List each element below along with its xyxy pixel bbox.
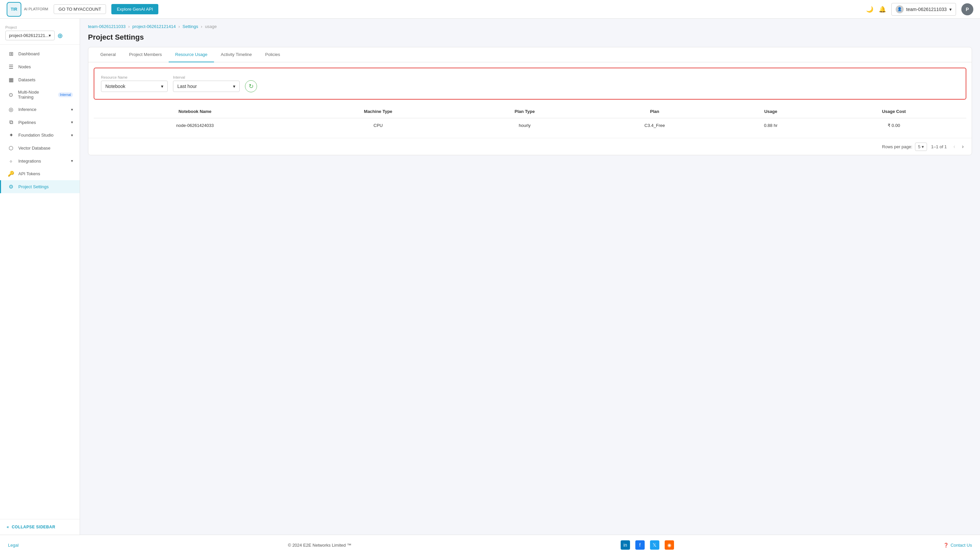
collapse-icon: « (6, 525, 9, 529)
myaccount-button[interactable]: GO TO MYACCOUNT (54, 4, 106, 14)
logo: TIR AI PLATFORM (6, 2, 48, 17)
content-area: General Project Members Resource Usage A… (88, 47, 972, 155)
sidebar-item-pipelines[interactable]: ⧉ Pipelines ▾ (0, 116, 80, 128)
sidebar-footer: « COLLAPSE SIDEBAR (0, 519, 80, 535)
sidebar-item-dashboard[interactable]: ⊞ Dashboard (0, 47, 80, 60)
chevron-down-icon: ▾ (71, 159, 73, 163)
breadcrumb: team-06261211033 › project-062612121414 … (80, 19, 980, 32)
cell-plan-type: hourly (460, 118, 589, 133)
nodes-icon: ☰ (8, 64, 14, 70)
sidebar-item-label: Foundation Studio (18, 133, 54, 138)
refresh-button[interactable]: ↻ (245, 80, 257, 92)
sidebar-item-label: Dashboard (18, 51, 40, 56)
layout: Project project-062612121... ▾ ⊕ ⊞ Dashb… (0, 19, 980, 535)
breadcrumb-separator: › (178, 24, 180, 29)
sidebar-item-label: Inference (18, 107, 36, 112)
interval-value: Last hour (177, 83, 197, 89)
page-nav: ‹ › (951, 142, 966, 151)
tabs: General Project Members Resource Usage A… (88, 47, 972, 62)
col-notebook-name: Notebook Name (94, 105, 296, 118)
dashboard-icon: ⊞ (8, 51, 14, 57)
user-avatar: P (961, 3, 974, 15)
breadcrumb-separator: › (201, 24, 202, 29)
twitter-icon[interactable]: 𝕏 (650, 541, 659, 550)
team-avatar: 👤 (896, 5, 904, 13)
legal-link[interactable]: Legal (8, 543, 19, 548)
cell-machine-type: CPU (296, 118, 460, 133)
breadcrumb-project[interactable]: project-062612121414 (132, 24, 176, 29)
interval-select[interactable]: Last hour ▾ (173, 80, 240, 92)
breadcrumb-settings[interactable]: Settings (183, 24, 198, 29)
sidebar-item-integrations[interactable]: ⬦ Integrations ▾ (0, 155, 80, 167)
tab-general[interactable]: General (94, 47, 122, 62)
sidebar-item-inference[interactable]: ◎ Inference ▾ (0, 103, 80, 116)
footer-social: in f 𝕏 ◉ (621, 541, 674, 550)
datasets-icon: ▦ (8, 77, 14, 83)
rows-per-page: Rows per page: 5 ▾ (882, 143, 927, 151)
api-tokens-icon: 🔑 (8, 170, 14, 177)
header: TIR AI PLATFORM GO TO MYACCOUNT Explore … (0, 0, 980, 19)
tab-policies[interactable]: Policies (259, 47, 287, 62)
resource-name-field: Resource Name Notebook ▾ (101, 75, 168, 92)
sidebar-item-multi-node[interactable]: ⊙ Multi-Node Training Internal (0, 86, 80, 103)
col-plan: Plan (589, 105, 720, 118)
facebook-icon[interactable]: f (635, 541, 645, 550)
col-machine-type: Machine Type (296, 105, 460, 118)
sidebar-item-project-settings[interactable]: ⚙ Project Settings (0, 180, 80, 193)
tab-resource-usage[interactable]: Resource Usage (169, 47, 214, 62)
contact-us-link[interactable]: ❓ Contact Us (943, 543, 972, 548)
collapse-sidebar-button[interactable]: « COLLAPSE SIDEBAR (6, 525, 73, 529)
team-selector[interactable]: 👤 team-06261211033 ▾ (891, 3, 956, 16)
page-info: 1–1 of 1 (931, 144, 947, 149)
pipelines-icon: ⧉ (8, 119, 14, 125)
logo-icon: TIR (6, 2, 21, 17)
interval-chevron-icon: ▾ (233, 83, 235, 89)
breadcrumb-team[interactable]: team-06261211033 (88, 24, 126, 29)
multi-node-icon: ⊙ (8, 91, 14, 98)
rows-chevron-icon: ▾ (922, 144, 924, 149)
resource-name-value: Notebook (105, 83, 125, 89)
col-usage: Usage (720, 105, 821, 118)
sidebar-item-vector-database[interactable]: ⬡ Vector Database (0, 141, 80, 155)
add-project-icon[interactable]: ⊕ (57, 32, 63, 40)
collapse-label: COLLAPSE SIDEBAR (12, 525, 55, 529)
sidebar-item-label: Pipelines (18, 120, 36, 125)
breadcrumb-usage: usage (205, 24, 217, 29)
resource-name-select[interactable]: Notebook ▾ (101, 80, 168, 92)
filter-row: Resource Name Notebook ▾ Interval Last h… (94, 67, 966, 99)
team-chevron-icon: ▾ (949, 6, 952, 12)
cell-usage-cost: ₹ 0.00 (821, 118, 966, 133)
cell-notebook-name: node-06261424033 (94, 118, 296, 133)
chevron-down-icon: ▾ (71, 107, 73, 112)
theme-toggle-button[interactable]: 🌙 (866, 6, 873, 13)
copyright: © 2024 E2E Networks Limited ™ (288, 543, 351, 548)
team-name: team-06261211033 (906, 6, 947, 12)
col-usage-cost: Usage Cost (821, 105, 966, 118)
sidebar-item-datasets[interactable]: ▦ Datasets (0, 73, 80, 86)
rows-per-page-select[interactable]: 5 ▾ (915, 143, 927, 151)
tab-activity-timeline[interactable]: Activity Timeline (214, 47, 258, 62)
sidebar-item-foundation-studio[interactable]: ✦ Foundation Studio ▾ (0, 128, 80, 141)
linkedin-icon[interactable]: in (621, 541, 630, 550)
rows-per-page-value: 5 (918, 144, 921, 149)
integrations-icon: ⬦ (8, 158, 14, 164)
main-content: team-06261211033 › project-062612121414 … (80, 19, 980, 535)
sidebar-item-label: Datasets (18, 77, 35, 82)
sidebar-item-api-tokens[interactable]: 🔑 API Tokens (0, 167, 80, 180)
contact-us-label: Contact Us (951, 543, 972, 548)
project-label: Project (5, 25, 74, 29)
sidebar: Project project-062612121... ▾ ⊕ ⊞ Dashb… (0, 19, 80, 535)
project-select-dropdown[interactable]: project-062612121... ▾ (5, 30, 55, 40)
project-selector: Project project-062612121... ▾ ⊕ (0, 21, 80, 45)
next-page-button[interactable]: › (959, 142, 966, 151)
rss-icon[interactable]: ◉ (665, 541, 674, 550)
tab-project-members[interactable]: Project Members (122, 47, 168, 62)
genai-button[interactable]: Explore GenAI API (111, 4, 158, 14)
cell-plan: C3.4_Free (589, 118, 720, 133)
foundation-studio-icon: ✦ (8, 132, 14, 138)
sidebar-item-nodes[interactable]: ☰ Nodes (0, 60, 80, 73)
table-header-row: Notebook Name Machine Type Plan Type Pla… (94, 105, 966, 118)
notifications-button[interactable]: 🔔 (879, 6, 886, 13)
prev-page-button[interactable]: ‹ (951, 142, 958, 151)
page-title: Project Settings (80, 32, 980, 47)
